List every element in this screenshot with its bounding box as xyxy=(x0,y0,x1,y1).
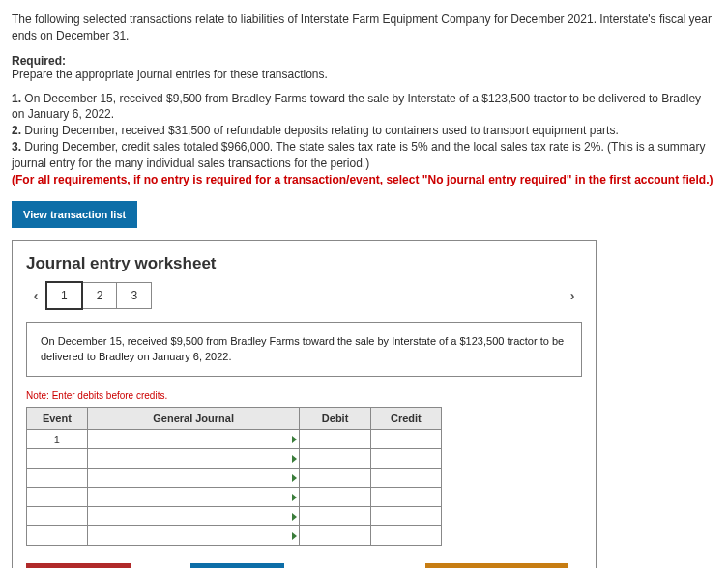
view-general-journal-button[interactable]: View general journal xyxy=(425,563,568,568)
credit-cell[interactable] xyxy=(370,449,441,469)
debit-cell[interactable] xyxy=(300,526,370,546)
account-cell[interactable] xyxy=(87,488,300,507)
dropdown-icon xyxy=(292,474,297,482)
debit-cell[interactable] xyxy=(300,507,370,526)
journal-table: Event General Journal Debit Credit 1 xyxy=(26,407,442,546)
table-row xyxy=(27,469,442,488)
worksheet-title: Journal entry worksheet xyxy=(26,254,582,273)
requirement-item-2: 2. During December, received $31,500 of … xyxy=(12,123,716,139)
credit-cell[interactable] xyxy=(370,507,441,526)
tab-3[interactable]: 3 xyxy=(116,282,152,309)
required-instruction: Prepare the appropriate journal entries … xyxy=(12,68,716,81)
transaction-description: On December 15, received $9,500 from Bra… xyxy=(26,322,582,377)
table-row xyxy=(27,526,442,546)
event-cell: 1 xyxy=(27,430,88,449)
debit-cell[interactable] xyxy=(300,469,370,488)
account-cell[interactable] xyxy=(87,449,300,469)
requirement-item-3: 3. During December, credit sales totaled… xyxy=(12,139,716,172)
chevron-right-icon[interactable]: › xyxy=(563,288,582,303)
button-row: Record entry Clear entry View general jo… xyxy=(26,563,568,568)
header-event: Event xyxy=(27,408,88,430)
clear-entry-button[interactable]: Clear entry xyxy=(190,563,284,568)
journal-worksheet: Journal entry worksheet ‹ 1 2 3 › On Dec… xyxy=(12,240,597,568)
account-cell[interactable] xyxy=(87,430,300,449)
header-general-journal: General Journal xyxy=(87,408,300,430)
item-text: On December 15, received $9,500 from Bra… xyxy=(12,92,701,122)
credit-cell[interactable] xyxy=(370,430,441,449)
instruction-note: (For all requirements, if no entry is re… xyxy=(12,172,716,188)
item-text: During December, received $31,500 of ref… xyxy=(21,124,619,137)
account-cell[interactable] xyxy=(87,507,300,526)
requirement-item-1: 1. On December 15, received $9,500 from … xyxy=(12,91,716,124)
record-entry-button[interactable]: Record entry xyxy=(26,563,131,568)
debit-cell[interactable] xyxy=(300,430,370,449)
intro-text: The following selected transactions rela… xyxy=(12,12,716,44)
header-debit: Debit xyxy=(300,408,370,430)
dropdown-icon xyxy=(292,513,297,521)
header-credit: Credit xyxy=(370,408,441,430)
account-cell[interactable] xyxy=(87,469,300,488)
item-text: During December, credit sales totaled $9… xyxy=(12,140,705,170)
table-row: 1 xyxy=(27,430,442,449)
event-cell[interactable] xyxy=(27,469,88,488)
table-row xyxy=(27,449,442,469)
credit-cell[interactable] xyxy=(370,488,441,507)
credit-cell[interactable] xyxy=(370,526,441,546)
chevron-left-icon[interactable]: ‹ xyxy=(26,288,45,303)
item-number: 2. xyxy=(12,124,21,137)
debit-cell[interactable] xyxy=(300,449,370,469)
tab-2[interactable]: 2 xyxy=(82,282,118,309)
view-transaction-list-button[interactable]: View transaction list xyxy=(12,201,137,228)
dropdown-icon xyxy=(292,436,297,443)
event-cell[interactable] xyxy=(27,526,88,546)
tabs-row: ‹ 1 2 3 › xyxy=(26,281,582,310)
event-cell[interactable] xyxy=(27,449,88,469)
required-header: Required: xyxy=(12,54,716,68)
event-cell[interactable] xyxy=(27,507,88,526)
debits-note: Note: Enter debits before credits. xyxy=(26,390,582,401)
credit-cell[interactable] xyxy=(370,469,441,488)
table-row xyxy=(27,488,442,507)
event-cell[interactable] xyxy=(27,488,88,507)
table-row xyxy=(27,507,442,526)
debit-cell[interactable] xyxy=(300,488,370,507)
item-number: 1. xyxy=(12,92,21,105)
dropdown-icon xyxy=(292,532,297,540)
dropdown-icon xyxy=(292,494,297,501)
account-cell[interactable] xyxy=(87,526,300,546)
tab-1[interactable]: 1 xyxy=(45,281,83,310)
dropdown-icon xyxy=(292,455,297,463)
item-number: 3. xyxy=(12,140,21,154)
